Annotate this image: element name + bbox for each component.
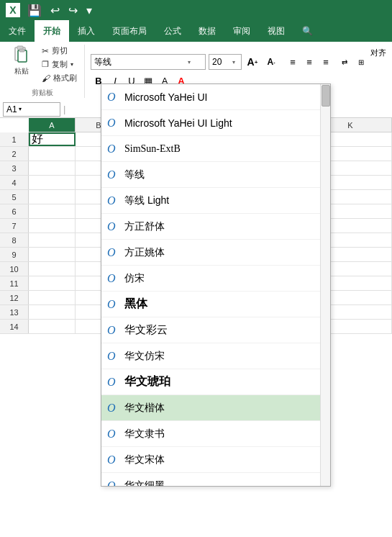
font-o-icon: O (107, 91, 119, 104)
font-list-item[interactable]: O方正姚体 (101, 240, 330, 266)
row-header[interactable]: 6 (0, 204, 29, 218)
font-name-label: 黑体 (124, 297, 314, 312)
font-o-icon: O (107, 324, 119, 337)
font-o-icon: O (107, 272, 119, 285)
size-dropdown-arrow: ▾ (232, 59, 235, 66)
cell-a[interactable] (29, 233, 76, 247)
tab-review[interactable]: 审阅 (224, 20, 259, 42)
row-header[interactable]: 1 (0, 132, 29, 146)
font-o-icon: O (107, 194, 119, 207)
font-name-label: 华文隶书 (124, 428, 314, 441)
wrap-text-button[interactable]: ⇄ (337, 54, 352, 70)
cell-a[interactable] (29, 219, 76, 233)
font-o-icon: O (107, 479, 119, 487)
font-list-item[interactable]: O方正舒体 (101, 214, 330, 240)
font-list-item[interactable]: O华文仿宋 (101, 343, 330, 369)
row-header[interactable]: 11 (0, 276, 29, 290)
font-list-item[interactable]: O仿宋 (101, 266, 330, 292)
font-name-label: 华文宋体 (124, 453, 314, 466)
align-center-button[interactable]: ≡ (301, 54, 317, 70)
name-box-dropdown[interactable]: ▾ (19, 106, 22, 112)
cell-a[interactable] (29, 276, 76, 290)
font-list-item[interactable]: O华文隶书 (101, 421, 330, 447)
cell-a[interactable] (29, 248, 76, 261)
decrease-font-button[interactable]: A- (263, 54, 279, 70)
tab-view[interactable]: 视图 (259, 20, 293, 42)
font-list-item[interactable]: OMicrosoft YaHei UI (101, 84, 330, 110)
cell-a[interactable] (29, 305, 76, 319)
font-list-item[interactable]: O华文琥珀 (101, 369, 330, 395)
font-o-icon: O (107, 428, 119, 441)
cut-label: 剪切 (52, 45, 68, 56)
cell-a[interactable] (29, 147, 76, 161)
cell-a[interactable] (29, 262, 76, 276)
font-dropdown-arrow: ▾ (188, 59, 191, 66)
copy-icon: ❐ (42, 60, 49, 69)
cut-button[interactable]: ✂ 剪切 (40, 45, 78, 57)
format-painter-button[interactable]: 🖌 格式刷 (40, 72, 78, 84)
copy-button[interactable]: ❐ 复制 ▾ (40, 58, 78, 71)
font-list-item[interactable]: O华文宋体 (101, 447, 330, 473)
font-list-item[interactable]: O等线 (101, 162, 330, 188)
row-header[interactable]: 4 (0, 176, 29, 189)
paste-button[interactable]: 粘贴 (6, 45, 37, 76)
save-btn[interactable]: 💾 (24, 2, 45, 19)
font-name-input[interactable]: 等线 (94, 57, 188, 67)
font-o-icon: O (107, 350, 119, 363)
cell-a[interactable] (29, 176, 76, 189)
row-header[interactable]: 12 (0, 291, 29, 304)
row-header[interactable]: 7 (0, 219, 29, 233)
row-header[interactable]: 3 (0, 161, 29, 175)
row-header[interactable]: 2 (0, 147, 29, 161)
row-header[interactable]: 9 (0, 248, 29, 261)
font-name-label: Microsoft YaHei UI Light (124, 117, 314, 129)
undo-btn[interactable]: ↩ (47, 2, 63, 19)
merge-button[interactable]: ⊞ (353, 54, 369, 70)
tab-insert[interactable]: 插入 (69, 20, 104, 42)
font-name-dropdown[interactable]: 等线 ▾ (91, 54, 206, 70)
align-left-button[interactable]: ≡ (285, 54, 301, 70)
scrollbar-thumb[interactable] (322, 85, 330, 107)
redo-btn[interactable]: ↪ (65, 2, 81, 19)
font-list-overlay[interactable]: OMicrosoft YaHei UIOMicrosoft YaHei UI L… (101, 84, 331, 487)
scrollbar-track[interactable] (320, 84, 330, 487)
row-header[interactable]: 8 (0, 233, 29, 247)
paste-icon (10, 45, 33, 66)
cell-a[interactable] (29, 190, 76, 204)
tab-pagelayout[interactable]: 页面布局 (104, 20, 155, 42)
quick-access: 💾 ↩ ↪ ▾ (24, 2, 95, 19)
increase-font-button[interactable]: A+ (245, 54, 260, 70)
row-header[interactable]: 14 (0, 320, 29, 333)
align-group-label: 对齐 (370, 48, 386, 58)
cell-a[interactable] (29, 204, 76, 218)
name-box[interactable]: A1 ▾ (3, 102, 60, 117)
format-painter-icon: 🖌 (42, 73, 50, 84)
row-header[interactable]: 5 (0, 190, 29, 204)
more-btn[interactable]: ▾ (83, 2, 95, 19)
font-list-item[interactable]: O华文彩云 (101, 317, 330, 343)
row-header[interactable]: 10 (0, 262, 29, 276)
col-header-a[interactable]: A (29, 118, 76, 132)
font-list-item[interactable]: O黑体 (101, 292, 330, 317)
tab-more[interactable]: 🔍 (293, 20, 322, 42)
font-list-item[interactable]: O华文楷体 (101, 395, 330, 421)
font-name-label: 华文楷体 (124, 402, 314, 415)
copy-label: 复制 (52, 59, 68, 70)
cell-a[interactable] (29, 161, 76, 175)
font-size-dropdown[interactable]: 20 ▾ (209, 54, 242, 70)
tab-file[interactable]: 文件 (0, 20, 35, 42)
tab-data[interactable]: 数据 (190, 20, 224, 42)
font-name-label: 等线 (124, 168, 314, 181)
align-right-button[interactable]: ≡ (318, 54, 334, 70)
font-list-item[interactable]: OSimSun-ExtB (101, 136, 330, 162)
cell-a[interactable] (29, 291, 76, 304)
tab-formula[interactable]: 公式 (155, 20, 190, 42)
font-size-input[interactable]: 20 (212, 57, 232, 67)
font-list-item[interactable]: O华文细黑 (101, 473, 330, 487)
cell-a[interactable] (29, 320, 76, 333)
row-header[interactable]: 13 (0, 305, 29, 319)
cell-a[interactable]: 好 (29, 132, 76, 146)
font-list-item[interactable]: OMicrosoft YaHei UI Light (101, 110, 330, 136)
tab-home[interactable]: 开始 (35, 20, 69, 42)
font-list-item[interactable]: O等线 Light (101, 188, 330, 214)
